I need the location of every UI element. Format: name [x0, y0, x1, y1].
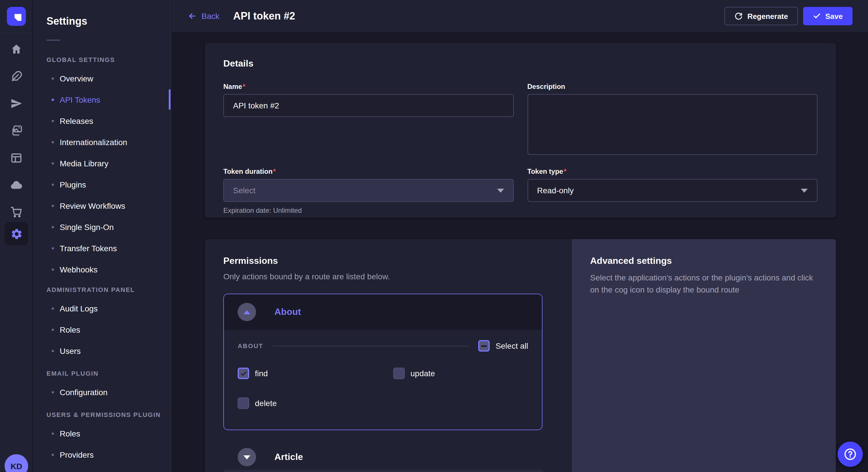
about-accordion-title: About — [274, 307, 301, 317]
sidebar-item-email-configuration[interactable]: Configuration — [33, 381, 170, 403]
layout-icon[interactable] — [0, 147, 33, 168]
check-icon — [813, 12, 820, 20]
details-card: Details Name* Description Token duration… — [205, 43, 836, 217]
article-accordion-title: Article — [274, 452, 303, 462]
toolbar-divider — [272, 345, 469, 346]
details-heading: Details — [223, 58, 817, 69]
sidebar-item-transfer-tokens[interactable]: Transfer Tokens — [33, 237, 170, 259]
bullet-icon — [52, 432, 54, 434]
sidebar-item-plugins[interactable]: Plugins — [33, 174, 170, 195]
permissions-card: Permissions Only actions bound by a rout… — [205, 239, 836, 472]
about-accordion-header[interactable]: About — [224, 294, 542, 330]
advanced-settings-heading: Advanced settings — [590, 255, 817, 267]
sidebar-item-up-roles[interactable]: Roles — [33, 423, 170, 444]
sidebar-item-up-providers[interactable]: Providers — [33, 444, 170, 465]
regenerate-button[interactable]: Regenerate — [724, 7, 798, 25]
back-button[interactable]: Back — [188, 11, 219, 21]
bullet-icon — [52, 453, 54, 456]
paper-plane-icon[interactable] — [0, 93, 33, 113]
bullet-icon — [52, 226, 54, 228]
strapi-logo-icon — [10, 10, 23, 23]
section-administration-panel: ADMINISTRATION PANEL — [46, 285, 170, 294]
sidebar-item-webhooks[interactable]: Webhooks — [33, 259, 170, 280]
home-icon[interactable] — [0, 38, 33, 59]
sidebar-title: Settings — [33, 0, 170, 29]
sidebar-item-audit-logs[interactable]: Audit Logs — [33, 298, 170, 319]
cloud-icon[interactable] — [0, 174, 33, 195]
token-duration-select[interactable]: Select — [223, 179, 514, 202]
gear-icon — [10, 227, 23, 240]
required-asterisk: * — [273, 167, 276, 175]
advanced-settings-panel: Advanced settings Select the application… — [572, 239, 836, 472]
bullet-icon — [52, 183, 54, 186]
permissions-subtitle: Only actions bound by a route are listed… — [223, 272, 553, 281]
chevron-down-icon — [243, 455, 250, 459]
bullet-icon — [52, 120, 54, 122]
bullet-icon — [52, 98, 54, 101]
accordion-divider — [224, 470, 543, 472]
chevron-down-icon — [801, 189, 808, 193]
sidebar-title-rule — [46, 40, 60, 41]
help-button[interactable] — [838, 442, 863, 467]
strapi-logo[interactable] — [7, 7, 26, 26]
select-all-checkbox[interactable] — [478, 340, 490, 351]
description-label: Description — [527, 82, 817, 91]
about-group-label: ABOUT — [238, 342, 263, 349]
article-accordion-header[interactable]: Article — [224, 438, 543, 472]
permissions-heading: Permissions — [223, 255, 553, 267]
sidebar-item-internationalization[interactable]: Internationalization — [33, 131, 170, 153]
sidebar-item-admin-roles[interactable]: Roles — [33, 319, 170, 340]
feather-icon[interactable] — [0, 66, 33, 87]
permission-action-update: update — [393, 368, 528, 379]
sidebar-item-media-library[interactable]: Media Library — [33, 153, 170, 174]
collapse-button[interactable] — [238, 303, 256, 321]
token-type-select[interactable]: Read-only — [527, 179, 817, 202]
bullet-icon — [52, 204, 54, 207]
bullet-icon — [52, 391, 54, 393]
check-icon — [240, 370, 247, 377]
bullet-icon — [52, 349, 54, 352]
settings-sidebar: Settings GLOBAL SETTINGS Overview API To… — [33, 0, 171, 472]
main-nav-rail: KD — [0, 0, 33, 472]
token-type-label: Token type* — [527, 167, 817, 175]
about-accordion-body: ABOUT Select all — [224, 330, 542, 430]
sidebar-item-overview[interactable]: Overview — [33, 68, 170, 89]
bullet-icon — [52, 328, 54, 331]
sidebar-item-review-workflows[interactable]: Review Workflows — [33, 195, 170, 216]
find-checkbox[interactable] — [238, 368, 249, 379]
section-email-plugin: EMAIL PLUGIN — [46, 369, 170, 377]
media-icon[interactable] — [0, 121, 33, 141]
chevron-up-icon — [243, 310, 250, 314]
token-duration-helper: Expiration date: Unlimited — [223, 206, 514, 214]
description-textarea[interactable] — [527, 94, 817, 155]
permission-action-find: find — [238, 368, 393, 379]
bullet-icon — [52, 162, 54, 164]
indeterminate-dash-icon — [481, 345, 487, 347]
back-label: Back — [202, 11, 219, 21]
delete-checkbox[interactable] — [238, 398, 249, 409]
required-asterisk: * — [564, 167, 566, 175]
refresh-icon — [734, 12, 743, 20]
section-users-permissions-plugin: USERS & PERMISSIONS PLUGIN — [46, 411, 170, 419]
active-indicator — [169, 90, 170, 109]
page-title: API token #2 — [233, 10, 295, 22]
sidebar-item-admin-users[interactable]: Users — [33, 340, 170, 361]
bullet-icon — [52, 268, 54, 270]
sidebar-item-releases[interactable]: Releases — [33, 110, 170, 131]
rail-divider — [0, 33, 33, 33]
save-button[interactable]: Save — [803, 7, 852, 25]
expand-button[interactable] — [238, 448, 256, 466]
cart-icon[interactable] — [0, 201, 33, 222]
question-icon — [843, 447, 857, 461]
update-checkbox[interactable] — [393, 368, 405, 379]
bullet-icon — [52, 141, 54, 143]
page-header: Back API token #2 Regenerate Save — [172, 0, 868, 32]
user-avatar[interactable]: KD — [5, 454, 28, 472]
main-content: Back API token #2 Regenerate Save — [172, 0, 868, 472]
sidebar-item-api-tokens[interactable]: API Tokens — [33, 89, 170, 110]
permissions-panel: Permissions Only actions bound by a rout… — [205, 239, 572, 472]
name-input[interactable] — [223, 94, 514, 117]
token-duration-label: Token duration* — [223, 167, 514, 175]
settings-nav-active[interactable] — [5, 222, 28, 245]
sidebar-item-single-sign-on[interactable]: Single Sign-On — [33, 216, 170, 237]
